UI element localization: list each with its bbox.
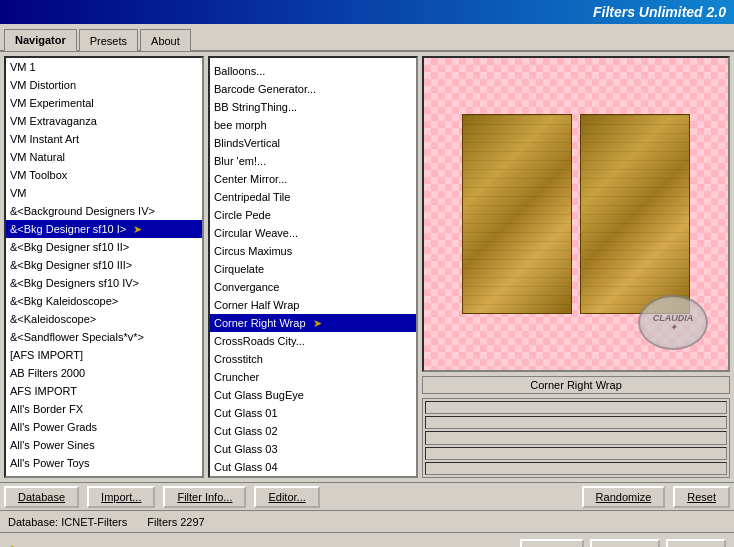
watermark-circle: CLAUDIA ✦: [638, 295, 708, 350]
filter-item[interactable]: Corner Half Wrap: [210, 296, 416, 314]
filter-item[interactable]: Cruncher: [210, 368, 416, 386]
filter-item[interactable]: Circular Weave...: [210, 224, 416, 242]
randomize-button[interactable]: Randomize: [582, 486, 666, 508]
filter-item[interactable]: Blur 'em!...: [210, 152, 416, 170]
filter-item[interactable]: Barcode Generator...: [210, 80, 416, 98]
filter-item[interactable]: Center Mirror...: [210, 170, 416, 188]
filter-item[interactable]: Cut Glass 02: [210, 422, 416, 440]
filter-item[interactable]: Cirquelate: [210, 260, 416, 278]
filter-item[interactable]: Balloons...: [210, 62, 416, 80]
filter-item[interactable]: Convergance: [210, 278, 416, 296]
filter-item[interactable]: Cut Glass 01: [210, 404, 416, 422]
watermark: CLAUDIA ✦: [638, 295, 708, 350]
category-item[interactable]: VM: [6, 184, 202, 202]
tab-presets[interactable]: Presets: [79, 29, 138, 51]
app-title: Filters Unlimited 2.0: [593, 4, 726, 20]
editor-button[interactable]: Editor...: [254, 486, 319, 508]
param-row-2: [425, 416, 727, 429]
database-button[interactable]: Database: [4, 486, 79, 508]
category-item[interactable]: AFS IMPORT: [6, 382, 202, 400]
param-row-5: [425, 462, 727, 475]
preview-rect-right: [580, 114, 690, 314]
params-area: [422, 398, 730, 478]
category-item[interactable]: AB Filters 2000: [6, 364, 202, 382]
database-label: Database: ICNET-Filters: [8, 516, 127, 528]
category-item[interactable]: VM Experimental: [6, 94, 202, 112]
category-item[interactable]: &<Bkg Designer sf10 I> ➤: [6, 220, 202, 238]
category-item[interactable]: All's Power Toys: [6, 454, 202, 472]
filter-item[interactable]: Cut Glass BugEye: [210, 386, 416, 404]
action-bar: ➤ Apply Cancel Help: [0, 532, 734, 547]
filter-item[interactable]: BB StringThing...: [210, 98, 416, 116]
filter-item[interactable]: Corner Right Wrap ➤: [210, 314, 416, 332]
bottom-toolbar: Database Import... Filter Info... Editor…: [0, 482, 734, 510]
category-item[interactable]: &<Bkg Designers sf10 IV>: [6, 274, 202, 292]
title-bar: Filters Unlimited 2.0: [0, 0, 734, 24]
apply-arrow-icon: ➤: [8, 539, 26, 548]
category-item[interactable]: VM 1: [6, 58, 202, 76]
category-item[interactable]: [AFS IMPORT]: [6, 346, 202, 364]
filter-info-button[interactable]: Filter Info...: [163, 486, 246, 508]
import-button[interactable]: Import...: [87, 486, 155, 508]
category-item[interactable]: &<Bkg Designer sf10 III>: [6, 256, 202, 274]
filters-label: Filters 2297: [147, 516, 205, 528]
category-item[interactable]: VM Extravaganza: [6, 112, 202, 130]
tab-navigator[interactable]: Navigator: [4, 29, 77, 51]
preview-rect-left: [462, 114, 572, 314]
filter-item[interactable]: Centripedal Tile: [210, 188, 416, 206]
category-list[interactable]: VM 1VM DistortionVM ExperimentalVM Extra…: [4, 56, 204, 478]
filter-name-label: Corner Right Wrap: [422, 376, 730, 394]
category-item[interactable]: All's Border FX: [6, 400, 202, 418]
category-item[interactable]: VM Instant Art: [6, 130, 202, 148]
filter-item[interactable]: CrossRoads City...: [210, 332, 416, 350]
filter-item[interactable]: BlindsVertical: [210, 134, 416, 152]
apply-button[interactable]: Apply: [520, 539, 584, 548]
filter-item[interactable]: Circus Maximus: [210, 242, 416, 260]
main-content: VM 1VM DistortionVM ExperimentalVM Extra…: [0, 52, 734, 482]
cancel-button[interactable]: Cancel: [590, 539, 660, 548]
category-item[interactable]: VM Natural: [6, 148, 202, 166]
reset-button[interactable]: Reset: [673, 486, 730, 508]
help-button[interactable]: Help: [666, 539, 726, 548]
filter-item[interactable]: bee morph: [210, 116, 416, 134]
category-item[interactable]: All's Power Sines: [6, 436, 202, 454]
category-item[interactable]: &<Sandflower Specials*v*>: [6, 328, 202, 346]
param-row-3: [425, 431, 727, 444]
param-row-4: [425, 447, 727, 460]
filter-item[interactable]: Cut Glass 04: [210, 458, 416, 476]
filter-item[interactable]: Cut Glass 03: [210, 440, 416, 458]
filter-list[interactable]: 4 Way AverageAF62 Effected Emboss...AFS …: [208, 56, 418, 478]
param-row-1: [425, 401, 727, 414]
filter-item[interactable]: Circle Pede: [210, 206, 416, 224]
category-item[interactable]: &<Bkg Kaleidoscope>: [6, 292, 202, 310]
category-item[interactable]: VM Distortion: [6, 76, 202, 94]
filter-item[interactable]: Crosstitch: [210, 350, 416, 368]
right-panel: CLAUDIA ✦ Corner Right Wrap: [422, 56, 730, 478]
category-item[interactable]: &<Background Designers IV>: [6, 202, 202, 220]
category-item[interactable]: &<Bkg Designer sf10 II>: [6, 238, 202, 256]
category-item[interactable]: AlphaWorks: [6, 472, 202, 478]
tab-bar: Navigator Presets About: [0, 24, 734, 52]
category-item[interactable]: &<Kaleidoscope>: [6, 310, 202, 328]
category-item[interactable]: VM Toolbox: [6, 166, 202, 184]
tab-about[interactable]: About: [140, 29, 191, 51]
status-bar: Database: ICNET-Filters Filters 2297: [0, 510, 734, 532]
category-item[interactable]: All's Power Grads: [6, 418, 202, 436]
preview-area: CLAUDIA ✦: [422, 56, 730, 372]
preview-image: [462, 114, 690, 314]
